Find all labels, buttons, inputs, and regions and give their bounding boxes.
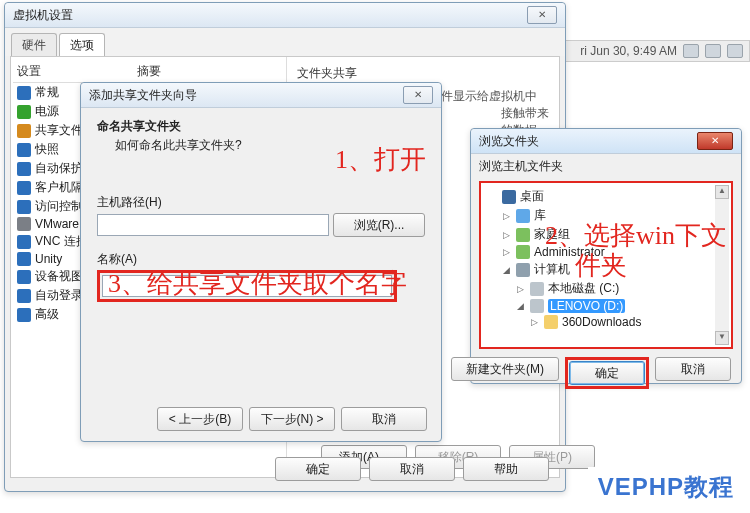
cancel-button[interactable]: 取消 [655, 357, 731, 381]
option-icon [17, 200, 31, 214]
gnome-top-bar: ri Jun 30, 9:49 AM [546, 40, 750, 62]
tray-icon [683, 44, 699, 58]
option-icon [17, 105, 31, 119]
option-icon [17, 86, 31, 100]
vm-settings-titlebar[interactable]: 虚拟机设置 ✕ [5, 3, 565, 28]
host-path-input[interactable] [97, 214, 329, 236]
cancel-button[interactable]: 取消 [369, 457, 455, 481]
shared-folder-wizard: 添加共享文件夹向导 ✕ 命名共享文件夹 如何命名此共享文件夹? 主机路径(H) … [80, 82, 442, 442]
wizard-titlebar[interactable]: 添加共享文件夹向导 ✕ [81, 83, 441, 108]
tray-icon [705, 44, 721, 58]
annotation-3: 3、给共享文件夹取个名字 [108, 266, 407, 301]
new-folder-button[interactable]: 新建文件夹(M) [451, 357, 559, 381]
option-icon [17, 308, 31, 322]
option-icon [17, 217, 31, 231]
tab-hardware[interactable]: 硬件 [11, 33, 57, 57]
close-icon[interactable]: ✕ [403, 86, 433, 104]
option-icon [17, 235, 31, 249]
tab-options[interactable]: 选项 [59, 33, 105, 57]
wizard-heading: 命名共享文件夹 [97, 118, 425, 135]
clock-text: ri Jun 30, 9:49 AM [580, 44, 677, 58]
tree-desktop[interactable]: 桌面 [487, 187, 725, 206]
host-path-label: 主机路径(H) [97, 194, 425, 211]
annotation-1: 1、打开 [335, 142, 426, 177]
scroll-down-icon[interactable]: ▼ [715, 331, 729, 345]
watermark: VEPHP教程 [588, 467, 744, 507]
col-device: 设置 [17, 63, 137, 80]
help-button[interactable]: 帮助 [463, 457, 549, 481]
annotation-2a: 2、选择win下文 [545, 218, 727, 253]
browse-titlebar[interactable]: 浏览文件夹 ✕ [471, 129, 741, 154]
browse-caption: 浏览主机文件夹 [471, 154, 741, 175]
option-icon [17, 270, 31, 284]
section-title: 文件夹共享 [297, 65, 549, 82]
option-icon [17, 124, 31, 138]
col-summary: 摘要 [137, 63, 161, 80]
annotation-2b: 件夹 [575, 248, 627, 283]
option-icon [17, 162, 31, 176]
tree-360downloads[interactable]: ▷360Downloads [529, 314, 725, 330]
browse-button[interactable]: 浏览(R)... [333, 213, 425, 237]
cancel-button[interactable]: 取消 [341, 407, 427, 431]
option-icon [17, 181, 31, 195]
option-icon [17, 143, 31, 157]
next-button[interactable]: 下一步(N) > [249, 407, 335, 431]
browse-title: 浏览文件夹 [479, 129, 539, 153]
option-icon [17, 252, 31, 266]
tree-scrollbar[interactable]: ▲ ▼ [715, 185, 729, 345]
wizard-title: 添加共享文件夹向导 [89, 83, 197, 107]
option-icon [17, 289, 31, 303]
vm-settings-title: 虚拟机设置 [13, 3, 73, 27]
settings-tabs: 硬件 选项 [5, 28, 565, 56]
tray-icon [727, 44, 743, 58]
ok-button[interactable]: 确定 [569, 361, 645, 385]
tree-drive-d[interactable]: ◢LENOVO (D:) [515, 298, 725, 314]
ok-button[interactable]: 确定 [275, 457, 361, 481]
back-button[interactable]: < 上一步(B) [157, 407, 243, 431]
close-icon[interactable]: ✕ [527, 6, 557, 24]
close-icon[interactable]: ✕ [697, 132, 733, 150]
scroll-up-icon[interactable]: ▲ [715, 185, 729, 199]
